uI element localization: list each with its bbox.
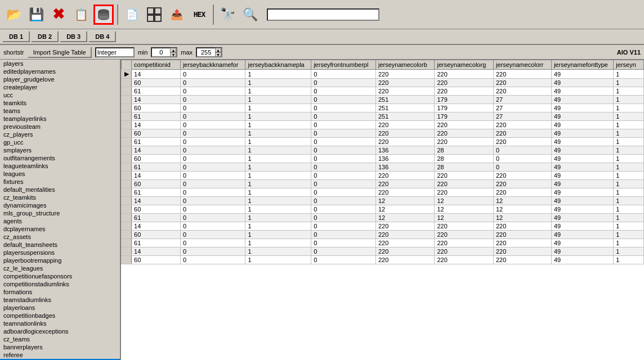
max-up-btn[interactable]: ▲: [215, 48, 221, 52]
sidebar-item-default_teamsheets[interactable]: default_teamsheets: [0, 241, 120, 249]
sidebar-item-gp_ucc[interactable]: gp_ucc: [0, 138, 120, 146]
min-down-btn[interactable]: ▼: [170, 52, 176, 57]
sidebar-item-teamstadiumlinks[interactable]: teamstadiumlinks: [0, 296, 120, 304]
export-icon[interactable]: 📤: [167, 4, 187, 25]
col-jerseynamefonttype[interactable]: jerseynamefonttype: [551, 60, 613, 70]
db-tab-2[interactable]: DB 2: [31, 31, 59, 42]
cell-jerseynamecolorg: 179: [435, 112, 494, 121]
hex-icon[interactable]: HEX: [189, 4, 209, 25]
cell-jerseynamecolorr: 0: [493, 155, 551, 163]
cell-jerseyfrontnumberpl: 0: [311, 231, 376, 239]
sidebar-item-leagues[interactable]: leagues: [0, 170, 120, 178]
cell-jerseynamefonttype: 49: [551, 256, 613, 264]
min-value-input[interactable]: [152, 49, 170, 56]
col-jerseynamecolorb[interactable]: jerseynamecolorb: [375, 60, 435, 70]
sidebar-item-default_mentalities[interactable]: default_mentalities: [0, 186, 120, 194]
sidebar-item-outfitarrangements[interactable]: outfitarrangements: [0, 154, 120, 162]
max-spinner[interactable]: ▲ ▼: [196, 47, 222, 57]
list-icon[interactable]: 📋: [71, 4, 91, 25]
sidebar-item-players[interactable]: players: [0, 60, 120, 68]
grid-icon[interactable]: [144, 4, 164, 25]
max-down-btn[interactable]: ▼: [215, 52, 221, 57]
sidebar-item-formations[interactable]: formations: [0, 288, 120, 296]
cell-jerseybackknamefor: 0: [180, 256, 245, 264]
type-input[interactable]: [95, 47, 135, 57]
search-toolbar-icon[interactable]: 🔍: [240, 4, 260, 25]
sidebar-item-playerloans[interactable]: playerloans: [0, 304, 120, 312]
sidebar-item-teamkits[interactable]: teamkits: [0, 99, 120, 107]
cell-competitionid: 60: [132, 129, 181, 138]
cell-jerseynamecolorg: 12: [435, 205, 494, 214]
col-jerseynamecolorg[interactable]: jerseynamecolorg: [435, 60, 494, 70]
row-indicator: [122, 197, 132, 205]
sidebar-item-cz_teamkits[interactable]: cz_teamkits: [0, 194, 120, 201]
col-jerseyfrontnumberpl[interactable]: jerseyfrontnumberpl: [311, 60, 376, 70]
cell-jerseybackknamefor: 0: [180, 79, 245, 87]
table-row: 61010220220220491: [122, 188, 644, 197]
open-folder-icon[interactable]: 📂: [3, 4, 24, 25]
sidebar-item-ucc[interactable]: ucc: [0, 91, 120, 99]
db-tab-4[interactable]: DB 4: [88, 31, 116, 42]
sidebar-item-competitionbadges[interactable]: competitionbadges: [0, 312, 120, 320]
cell-jerseyfrontnumberpl: 0: [311, 214, 376, 222]
sidebar-item-teamnationlinks[interactable]: teamnationlinks: [0, 320, 120, 327]
row-indicator: [122, 138, 132, 146]
col-jerseybackknamefor[interactable]: jerseybackknamefor: [180, 60, 245, 70]
min-spinner[interactable]: ▲ ▼: [151, 47, 177, 57]
col-jerseyn[interactable]: jerseyn: [614, 60, 644, 70]
sidebar-item-playerbootremapping[interactable]: playerbootremapping: [0, 256, 120, 264]
sidebar-item-fixtures[interactable]: fixtures: [0, 178, 120, 186]
cell-jerseynamefonttype: 49: [551, 180, 613, 188]
max-value-input[interactable]: [197, 49, 215, 56]
table-area[interactable]: competitionid jerseybackknamefor jerseyb…: [121, 60, 644, 360]
toolbar-search-input[interactable]: [267, 8, 379, 21]
cell-competitionid: 14: [132, 197, 181, 205]
sidebar-item-mls_group_structure[interactable]: mls_group_structure: [0, 209, 120, 217]
sidebar-item-createplayer[interactable]: createplayer: [0, 83, 120, 91]
sidebar-item-competitionstadiumlinks[interactable]: competitionstadiumlinks: [0, 280, 120, 288]
cell-competitionid: 61: [132, 239, 181, 248]
cell-jerseybackknamepla: 1: [245, 222, 311, 231]
sidebar-item-competitionuefasponsors[interactable]: competitionuefasponsors: [0, 272, 120, 280]
cell-jerseyfrontnumberpl: 0: [311, 248, 376, 256]
col-competitionid[interactable]: competitionid: [132, 60, 181, 70]
sidebar-item-cz_players[interactable]: cz_players: [0, 130, 120, 138]
sidebar-item-dynamicimages[interactable]: dynamicimages: [0, 201, 120, 209]
db-icon[interactable]: [93, 4, 114, 25]
sidebar-item-cz_le_leagues[interactable]: cz_le_leagues: [0, 264, 120, 272]
col-jerseynamecolorr[interactable]: jerseynamecolorr: [493, 60, 551, 70]
min-up-btn[interactable]: ▲: [170, 48, 176, 52]
cell-jerseynamecolorr: 12: [493, 197, 551, 205]
sidebar-item-teamplayerlinks[interactable]: teamplayerlinks: [0, 115, 120, 123]
cell-jerseyfrontnumberpl: 0: [311, 104, 376, 112]
cell-jerseybackknamepla: 1: [245, 129, 311, 138]
sidebar-item-bannerplayers[interactable]: bannerplayers: [0, 343, 120, 351]
cell-jerseybackknamefor: 0: [180, 197, 245, 205]
sidebar-item-playersuspensions[interactable]: playersuspensions: [0, 249, 120, 256]
cell-jerseybackknamefor: 0: [180, 214, 245, 222]
sidebar-item-teams[interactable]: teams: [0, 107, 120, 115]
sidebar-item-cz_teams[interactable]: cz_teams: [0, 335, 120, 343]
close-icon[interactable]: ✖: [48, 4, 69, 25]
db-tab-3[interactable]: DB 3: [60, 31, 87, 42]
cell-jerseynamecolorg: 179: [435, 96, 494, 104]
col-jerseybackknamepla[interactable]: jerseybackknamepla: [245, 60, 311, 70]
sidebar-item-editedplayernames[interactable]: editedplayernames: [0, 68, 120, 75]
sidebar-item-player_grudgelove[interactable]: player_grudgelove: [0, 75, 120, 83]
sidebar-item-adboardlogicexceptions[interactable]: adboardlogicexceptions: [0, 327, 120, 335]
sidebar-item-smplayers[interactable]: smplayers: [0, 146, 120, 154]
sidebar-item-previousteam[interactable]: previousteam: [0, 123, 120, 130]
copy-icon[interactable]: 📄: [122, 4, 142, 25]
cell-jerseyn: 1: [614, 146, 644, 155]
sidebar-item-cz_assets[interactable]: cz_assets: [0, 233, 120, 241]
sidebar-item-dcplayernames[interactable]: dcplayernames: [0, 225, 120, 233]
sidebar-item-referee[interactable]: referee: [0, 351, 120, 359]
db-tab-1[interactable]: DB 1: [2, 31, 30, 42]
sidebar-item-leagueteamlinks[interactable]: leagueteamlinks: [0, 162, 120, 170]
cell-jerseyn: 1: [614, 79, 644, 87]
binoculars-icon[interactable]: 🔭: [217, 4, 238, 25]
import-single-table-btn[interactable]: Import Single Table: [28, 47, 92, 58]
save-icon[interactable]: 💾: [26, 4, 46, 25]
cell-jerseybackknamepla: 1: [245, 239, 311, 248]
sidebar-item-agents[interactable]: agents: [0, 217, 120, 225]
